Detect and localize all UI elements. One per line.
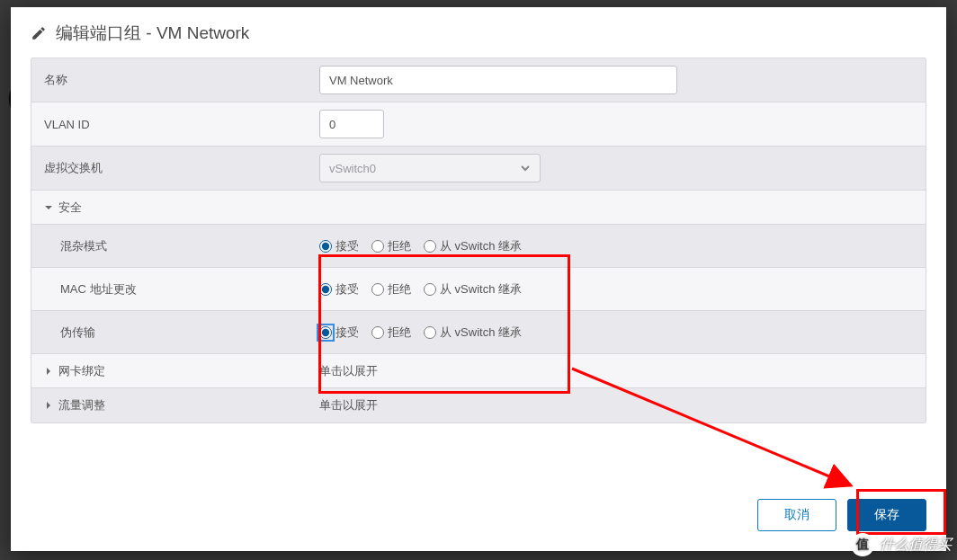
promisc-label: 混杂模式 [31,225,309,267]
vswitch-label: 虚拟交换机 [31,147,309,190]
row-name: 名称 [31,58,926,102]
promisc-accept[interactable]: 接受 [319,238,359,254]
promisc-reject[interactable]: 拒绝 [371,238,411,254]
row-security-header[interactable]: 安全 [31,191,926,225]
watermark: 值 什么值得买 [851,533,952,556]
vlan-input[interactable] [319,110,384,138]
dialog-body: 名称 VLAN ID 虚拟交换机 vSwitch0 [11,58,946,486]
nic-label: 网卡绑定 [31,354,309,387]
row-promiscuous: 混杂模式 接受 拒绝 从 vSwitch 继承 [31,225,926,268]
dialog-title: 编辑端口组 - VM Network [56,22,249,45]
chevron-down-icon [44,203,53,212]
traffic-label: 流量调整 [31,388,309,422]
vswitch-value: vSwitch0 [329,162,376,175]
forged-reject[interactable]: 拒绝 [371,324,411,341]
chevron-right-icon [44,401,53,410]
row-traffic-shaping[interactable]: 流量调整 单击以展开 [31,388,926,422]
watermark-text: 什么值得买 [880,536,952,555]
edit-portgroup-dialog: 编辑端口组 - VM Network 名称 VLAN ID 虚拟交换机 [11,7,946,551]
security-label: 安全 [31,191,309,224]
pencil-icon [31,25,47,41]
name-label: 名称 [31,58,309,102]
mac-inherit[interactable]: 从 vSwitch 继承 [424,281,522,298]
row-vswitch: 虚拟交换机 vSwitch0 [31,147,926,191]
row-nic-teaming[interactable]: 网卡绑定 单击以展开 [31,354,926,388]
expand-hint: 单击以展开 [319,363,378,379]
row-mac-changes: MAC 地址更改 接受 拒绝 从 vSwitch 继承 [31,268,926,311]
dialog-footer: 取消 保存 [11,486,946,551]
forged-accept[interactable]: 接受 [319,324,359,341]
forged-radio-group: 接受 拒绝 从 vSwitch 继承 [319,324,522,341]
chevron-right-icon [44,367,53,376]
vlan-label: VLAN ID [31,102,309,146]
mac-accept[interactable]: 接受 [319,281,359,298]
promisc-inherit[interactable]: 从 vSwitch 继承 [424,238,522,254]
mac-radio-group: 接受 拒绝 从 vSwitch 继承 [319,281,522,298]
row-vlan: VLAN ID [31,102,926,147]
form-table: 名称 VLAN ID 虚拟交换机 vSwitch0 [31,58,926,423]
row-forged-transmits: 伪传输 接受 拒绝 从 vSwitch 继承 [31,311,926,354]
chevron-down-icon [520,163,531,173]
cancel-button[interactable]: 取消 [757,499,836,531]
mac-label: MAC 地址更改 [31,268,309,310]
watermark-badge-icon: 值 [851,533,874,556]
forged-label: 伪传输 [31,311,309,353]
mac-reject[interactable]: 拒绝 [371,281,411,298]
promisc-radio-group: 接受 拒绝 从 vSwitch 继承 [319,238,522,254]
save-button[interactable]: 保存 [847,499,926,531]
forged-inherit[interactable]: 从 vSwitch 继承 [424,324,522,341]
name-input[interactable] [319,66,677,94]
expand-hint: 单击以展开 [319,397,378,413]
vswitch-select[interactable]: vSwitch0 [319,154,541,182]
dialog-header: 编辑端口组 - VM Network [11,7,946,58]
